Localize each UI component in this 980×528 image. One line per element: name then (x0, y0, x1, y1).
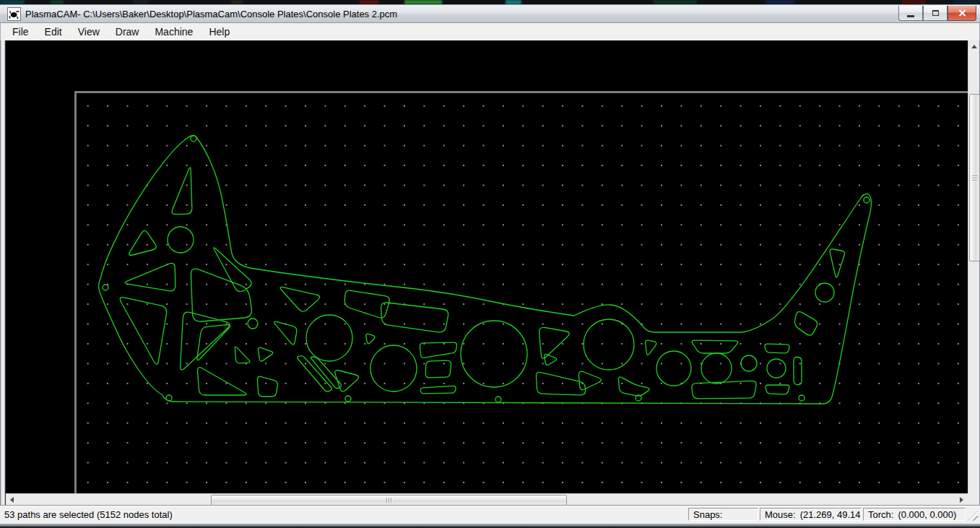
menubar: File Edit View Draw Machine Help (0, 23, 980, 40)
menu-item-help[interactable]: Help (201, 24, 238, 40)
window-frame-left (0, 40, 6, 505)
drawing-canvas[interactable] (6, 40, 968, 493)
vertical-scrollbar[interactable] (968, 40, 979, 505)
plasmacam-logo-icon (7, 7, 21, 21)
horizontal-scrollbar[interactable] (6, 493, 968, 505)
mouse-label: Mouse: (765, 509, 796, 520)
scrollbar-corner (968, 493, 979, 505)
console-plate-drawing[interactable] (6, 40, 968, 493)
menu-item-file[interactable]: File (4, 24, 37, 40)
menu-item-machine[interactable]: Machine (147, 24, 201, 40)
window-frame-bottom (0, 524, 980, 528)
maximize-icon (932, 10, 939, 16)
scroll-up-icon[interactable] (971, 45, 977, 48)
minimize-button[interactable] (898, 6, 923, 21)
minimize-icon (907, 15, 914, 17)
statusbar: 53 paths are selected (5152 nodes total)… (0, 505, 980, 524)
menu-item-edit[interactable]: Edit (37, 24, 70, 40)
mouse-coordinates: (21.269, 49.141) (800, 509, 862, 520)
maximize-button[interactable] (923, 6, 948, 21)
close-icon (958, 9, 966, 17)
horizontal-scroll-thumb[interactable] (211, 495, 567, 506)
menu-item-view[interactable]: View (70, 24, 108, 40)
plasmacam-window: PlasmaCAM- C:\Users\Baker\Desktop\Plasma… (0, 0, 980, 528)
scroll-right-icon[interactable] (960, 497, 963, 503)
window-controls (898, 6, 976, 21)
scroll-left-icon[interactable] (10, 497, 14, 503)
torch-position-panel: Torch:(0.000, 0.000) (863, 508, 966, 521)
snaps-label: Snaps: (693, 509, 722, 520)
titlebar[interactable]: PlasmaCAM- C:\Users\Baker\Desktop\Plasma… (0, 4, 980, 23)
window-title: PlasmaCAM- C:\Users\Baker\Desktop\Plasma… (25, 9, 397, 20)
snaps-panel: Snaps: (688, 508, 758, 521)
vertical-scroll-thumb[interactable] (969, 94, 980, 261)
resize-grip-icon[interactable] (968, 511, 978, 521)
close-button[interactable] (948, 6, 976, 21)
menu-item-draw[interactable]: Draw (108, 24, 147, 40)
torch-coordinates: (0.000, 0.000) (898, 509, 956, 520)
mouse-position-panel: Mouse:(21.269, 49.141) (760, 508, 862, 521)
selection-status: 53 paths are selected (5152 nodes total) (4, 509, 173, 520)
torch-label: Torch: (868, 509, 893, 520)
